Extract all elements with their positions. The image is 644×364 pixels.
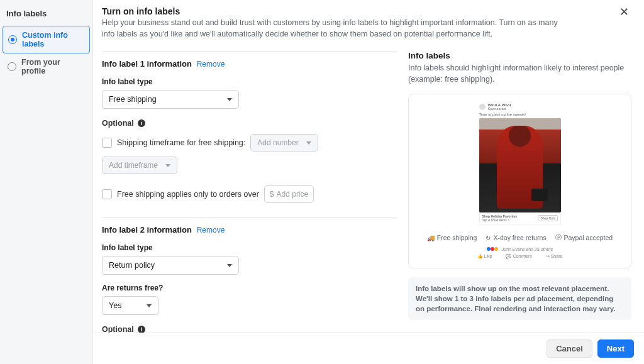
like-action: 👍 Like [477, 254, 492, 259]
sidebar-item-profile[interactable]: From your profile [3, 53, 90, 80]
add-timeframe-select[interactable]: Add timeframe [102, 157, 177, 174]
sidebar-item-label: Custom info labels [22, 31, 84, 48]
paypal-icon: Ⓟ [555, 233, 562, 242]
next-button[interactable]: Next [597, 339, 634, 358]
orders-over-checkbox[interactable] [102, 189, 112, 199]
returns-free-select[interactable]: Yes [102, 296, 158, 315]
cancel-button[interactable]: Cancel [547, 339, 592, 358]
select-value: Free shipping [109, 95, 157, 104]
page-title: Turn on info labels [102, 6, 561, 16]
footer: Cancel Next [93, 333, 644, 364]
chevron-down-icon [227, 264, 232, 267]
radio-icon [8, 62, 16, 71]
sidebar-item-custom[interactable]: Custom info labels [3, 26, 90, 53]
label2-heading: Info label 2 information [102, 225, 192, 234]
preview-card: Wind & Wool Sponsored Time to pack up th… [408, 94, 631, 268]
chip-shipping: 🚚 Free shipping [427, 233, 477, 242]
shipping-timeframe-label: Shipping timeframe for free shipping: [117, 138, 245, 147]
label1-heading: Info label 1 information [102, 59, 192, 69]
chip-paypal: Ⓟ Paypal accepted [555, 233, 613, 242]
sidebar-title: Info labels [3, 6, 90, 26]
chevron-down-icon [306, 141, 311, 145]
post-tagline: Time to pack up the sweats! [479, 113, 561, 116]
orders-over-label: Free shipping applies only to orders ove… [117, 190, 259, 199]
price-input[interactable]: $ Add price [264, 185, 314, 203]
share-action: ↪ Share [546, 254, 563, 259]
return-icon: ↻ [486, 234, 491, 241]
info-icon[interactable]: i [138, 119, 145, 127]
chevron-down-icon [165, 164, 170, 167]
placeholder: Add price [277, 190, 309, 199]
label1-type-label: Info label type [102, 77, 397, 86]
shipping-timeframe-checkbox[interactable] [102, 138, 112, 148]
cta-button: Shop Now [538, 215, 557, 221]
add-number-select[interactable]: Add number [250, 134, 318, 152]
sidebar: Info labels Custom info labels From your… [0, 0, 93, 364]
label1-type-select[interactable]: Free shipping [102, 90, 239, 109]
close-icon[interactable]: ✕ [617, 6, 631, 18]
mock-post: Wind & Wool Sponsored Time to pack up th… [479, 103, 561, 224]
content-scroll[interactable]: Turn on info labels Help your business s… [93, 0, 644, 333]
avatar-icon [479, 104, 486, 110]
post-actions: 👍 Like 💬 Comment ↪ Share [418, 254, 622, 259]
sidebar-item-label: From your profile [21, 58, 85, 75]
chip-row: 🚚 Free shipping ↻ X-day free returns Ⓟ P… [418, 233, 622, 242]
subcaption: Tap & scroll items > [482, 218, 510, 222]
chevron-down-icon [147, 304, 152, 307]
sponsored-label: Sponsored [488, 107, 506, 111]
form-column: Info label 1 information Remove Info lab… [102, 51, 397, 333]
label2-type-label: Info label type [102, 243, 397, 252]
label2-type-select[interactable]: Return policy [102, 256, 239, 275]
reactions: John Evans and 23 others [418, 247, 622, 251]
placeholder: Add timeframe [109, 161, 158, 170]
chip-returns: ↻ X-day free returns [486, 233, 546, 242]
page-subtitle: Help your business stand out and build t… [102, 18, 561, 40]
preview-note: Info labels will show up on the most rel… [408, 277, 631, 320]
preview-column: Info labels Info labels should highlight… [408, 51, 631, 333]
placeholder: Add number [257, 138, 298, 147]
comment-action: 💬 Comment [506, 254, 531, 259]
optional-label: Optional [102, 119, 134, 128]
preview-title: Info labels [408, 51, 631, 60]
currency: $ [270, 190, 274, 199]
info-icon[interactable]: i [138, 326, 145, 333]
optional-label: Optional [102, 325, 134, 333]
truck-icon: 🚚 [427, 234, 435, 241]
main: Turn on info labels Help your business s… [93, 0, 644, 364]
label1-remove[interactable]: Remove [197, 60, 225, 69]
preview-subtitle: Info labels should highlight information… [408, 63, 631, 85]
select-value: Return policy [109, 261, 155, 270]
returns-free-label: Are returns free? [102, 284, 397, 292]
select-value: Yes [109, 301, 121, 310]
radio-icon [8, 35, 17, 44]
product-image [479, 118, 561, 212]
label2-remove[interactable]: Remove [197, 226, 225, 234]
chevron-down-icon [227, 98, 232, 101]
